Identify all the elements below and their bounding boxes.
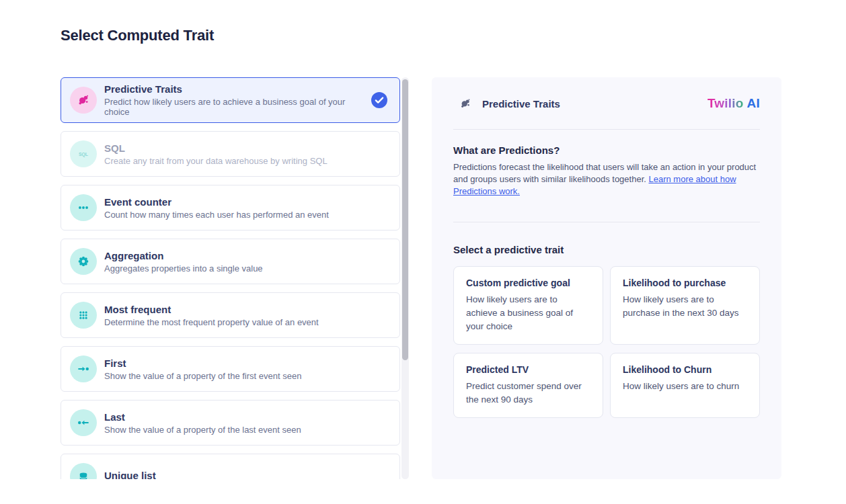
ai-logo-text: AI [747,96,760,110]
trait-item-title: Most frequent [104,304,387,315]
trait-type-list: Predictive Traits Predict how likely use… [61,77,400,479]
header-divider [453,129,760,130]
trait-item-description: Aggregates properties into a single valu… [104,263,387,274]
twilio-logo-text: Twilio [707,96,744,110]
trait-item-description: Show the value of a property of the firs… [104,371,387,381]
predictive-card-title: Likelihood to purchase [623,278,747,288]
detail-panel-title: Predictive Traits [482,98,707,110]
aggregation-gear-icon [70,248,97,275]
predictive-splat-icon [70,87,97,114]
event-counter-dots-icon [70,194,97,221]
list-scrollbar-thumb[interactable] [402,79,408,360]
trait-item-title: Unique list [104,470,387,479]
trait-item-title: Aggregation [104,250,387,261]
trait-item-first[interactable]: First Show the value of a property of th… [61,346,400,392]
trait-item-predictive-traits[interactable]: Predictive Traits Predict how likely use… [61,77,400,123]
trait-item-event-counter[interactable]: Event counter Count how many times each … [61,185,400,230]
select-predictive-trait-heading: Select a predictive trait [453,244,760,255]
predictive-card-title: Custom predictive goal [466,278,590,288]
sql-icon: SQL [70,140,97,167]
predictions-about-heading: What are Predictions? [453,144,760,156]
most-frequent-grid-icon [70,302,97,329]
trait-item-description: Create any trait from your data warehous… [104,156,387,166]
trait-item-title: Last [104,411,387,423]
trait-item-most-frequent[interactable]: Most frequent Determine the most frequen… [61,292,400,338]
trait-item-aggregation[interactable]: Aggregation Aggregates properties into a… [61,239,400,284]
predictive-card-description: How likely users are to achieve a busine… [466,293,590,333]
predictive-splat-icon [459,97,472,110]
predictions-about-body: Predictions forecast the likelihood that… [453,161,760,198]
svg-text:SQL: SQL [79,152,88,157]
trait-item-description: Predict how likely users are to achieve … [104,97,363,117]
twilio-ai-logo: TwilioAI [707,96,760,111]
trait-item-title: Event counter [104,196,387,208]
trait-item-title: First [104,358,387,369]
list-scrollbar-track[interactable] [401,77,409,479]
trait-item-last[interactable]: Last Show the value of a property of the… [61,400,400,446]
predictive-card-likelihood-to-churn[interactable]: Likelihood to Churn How likely users are… [610,353,760,418]
predictive-card-description: Predict customer spend over the next 90 … [466,380,590,407]
section-divider [453,222,760,222]
trait-item-title: Predictive Traits [104,83,363,95]
predictive-card-custom-predictive-goal[interactable]: Custom predictive goal How likely users … [453,266,603,345]
detail-panel-header: Predictive Traits TwilioAI [453,96,760,111]
predictive-card-likelihood-to-purchase[interactable]: Likelihood to purchase How likely users … [610,266,760,345]
predictive-card-title: Likelihood to Churn [623,364,747,375]
unique-list-database-icon [70,463,97,479]
predictive-trait-card-grid: Custom predictive goal How likely users … [453,266,760,418]
trait-item-description: Determine the most frequent property val… [104,317,387,327]
predictive-card-title: Predicted LTV [466,364,590,375]
trait-item-sql[interactable]: SQL SQL Create any trait from your data … [61,131,400,177]
trait-item-description: Show the value of a property of the last… [104,425,387,435]
trait-item-description: Count how many times each user has perfo… [104,210,387,220]
first-arrow-icon [70,355,97,382]
selected-check-icon [371,92,387,108]
predictive-traits-detail-panel: Predictive Traits TwilioAI What are Pred… [432,77,781,479]
page-title: Select Computed Trait [61,27,214,44]
trait-item-title: SQL [104,142,387,154]
last-arrow-icon [70,409,97,436]
predictive-card-description: How likely users are to purchase in the … [623,293,747,320]
predictive-card-description: How likely users are to churn [623,380,747,393]
predictive-card-predicted-ltv[interactable]: Predicted LTV Predict customer spend ove… [453,353,603,418]
trait-item-unique-list[interactable]: Unique list [61,454,400,479]
